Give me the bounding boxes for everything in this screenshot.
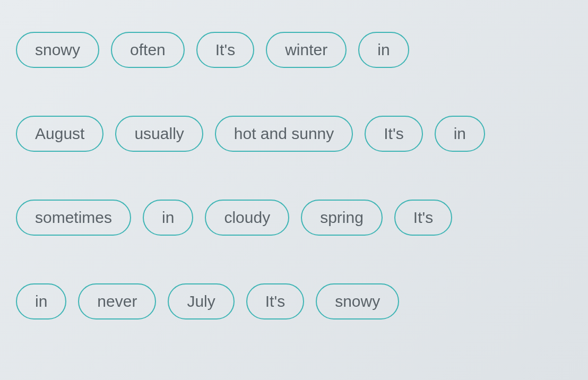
word-chip[interactable]: in xyxy=(16,283,66,319)
word-chip[interactable]: It's xyxy=(394,200,452,236)
word-chip[interactable]: July xyxy=(168,283,234,319)
word-chip[interactable]: cloudy xyxy=(205,200,289,236)
word-chip[interactable]: August xyxy=(16,116,103,152)
word-row-1: snowy often It's winter in xyxy=(16,32,572,68)
word-chip[interactable]: in xyxy=(358,32,409,68)
word-chip[interactable]: hot and sunny xyxy=(215,116,353,152)
word-chip[interactable]: sometimes xyxy=(16,200,131,236)
word-chip[interactable]: often xyxy=(111,32,185,68)
word-chip[interactable]: in xyxy=(143,200,193,236)
word-chip[interactable]: It's xyxy=(365,116,422,152)
word-chip[interactable]: usually xyxy=(115,116,203,152)
word-chip[interactable]: spring xyxy=(301,200,383,236)
word-row-4: in never July It's snowy xyxy=(16,283,572,319)
word-chip[interactable]: snowy xyxy=(316,283,399,319)
word-row-3: sometimes in cloudy spring It's xyxy=(16,200,572,236)
word-chip[interactable]: never xyxy=(78,283,156,319)
word-chip[interactable]: It's xyxy=(196,32,254,68)
word-chip[interactable]: in xyxy=(435,116,485,152)
word-chip[interactable]: snowy xyxy=(16,32,99,68)
word-chip[interactable]: winter xyxy=(266,32,347,68)
word-chip[interactable]: It's xyxy=(246,283,304,319)
word-row-2: August usually hot and sunny It's in xyxy=(16,116,572,152)
